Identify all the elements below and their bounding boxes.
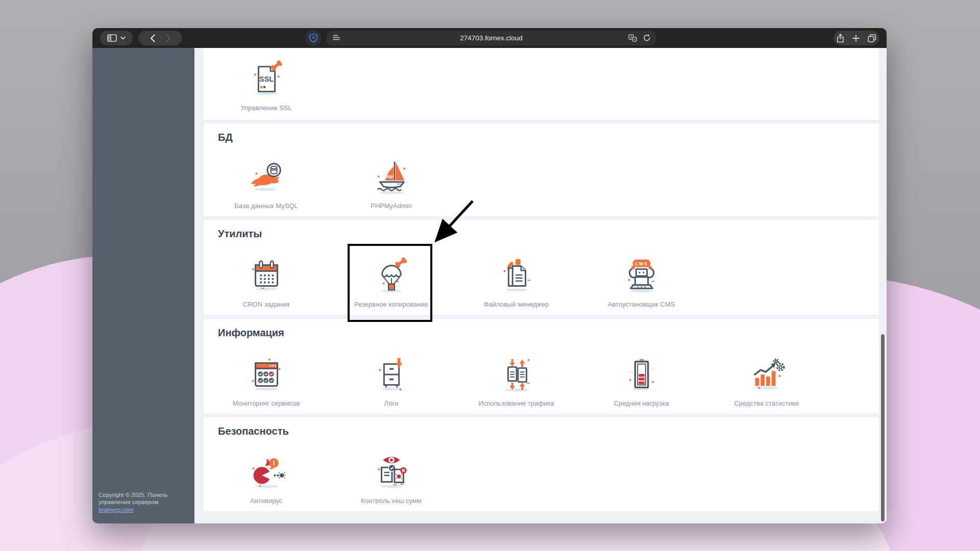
app-tile-label: Контроль хеш сумм <box>361 497 421 505</box>
svg-text:A: A <box>630 35 632 39</box>
ssl-certificate-icon: SSL <box>247 60 286 99</box>
mysql-database-icon <box>247 158 286 197</box>
section-card-Утилиты: УтилитыCRON заданияРезервное копирование… <box>204 220 879 315</box>
app-tile-label: Использование трафика <box>478 399 554 407</box>
app-tile-hash-sum-control[interactable]: Контроль хеш сумм <box>329 453 454 505</box>
app-tile-traffic-usage[interactable]: Использование трафика <box>454 355 579 407</box>
app-tile-label: Средняя нагрузка <box>614 399 669 407</box>
app-tile-file-manager[interactable]: Файловый менеджер <box>454 256 579 308</box>
url-text: 274703.fornex.cloud <box>327 34 656 42</box>
service-monitoring-icon <box>247 355 286 395</box>
window-actions <box>834 31 879 45</box>
brainycp-link[interactable]: brainycp.com <box>99 507 133 513</box>
copyright-notice: Copyright © 2025. Панель управления серв… <box>99 491 175 513</box>
app-tile-label: CRON задания <box>243 300 289 308</box>
svg-text:SSL: SSL <box>259 75 273 83</box>
app-tile-load-average[interactable]: Средняя нагрузка <box>579 355 704 407</box>
sidebar-toggle-button[interactable] <box>100 31 133 45</box>
scrollbar-thumb[interactable] <box>881 334 885 521</box>
app-tile-phpmyadmin-boat[interactable]: phpPHPMyAdmin <box>329 158 454 210</box>
backup-parachute-icon <box>372 256 411 296</box>
extension-button[interactable] <box>305 30 321 46</box>
sidebar: Copyright © 2025. Панель управления серв… <box>92 48 194 523</box>
forward-icon[interactable] <box>166 34 171 42</box>
app-tile-label: Мониторинг сервисов <box>233 399 300 407</box>
app-tile-label: Управление SSL <box>240 104 291 112</box>
svg-text:CMS: CMS <box>634 261 648 266</box>
app-tile-label: Антивирус <box>250 497 282 505</box>
traffic-usage-icon <box>497 355 536 395</box>
address-bar[interactable]: 274703.fornex.cloud A <box>327 31 656 45</box>
app-tile-statistics-tools[interactable]: Средства статистики <box>704 355 829 407</box>
app-tile-ssl-certificate[interactable]: SSLУправление SSL <box>204 60 329 112</box>
section-title: Информация <box>218 327 284 339</box>
reload-icon[interactable] <box>643 34 651 42</box>
section-title: БД <box>218 132 233 143</box>
app-tile-backup-parachute[interactable]: Резервное копирование <box>329 256 454 308</box>
app-tile-label: Файловый менеджер <box>484 300 549 308</box>
file-manager-icon <box>497 256 536 296</box>
app-tile-cron-calendar[interactable]: CRON задания <box>204 256 329 308</box>
app-tile-label: PHPMyAdmin <box>371 202 412 210</box>
copyright-text: Copyright © 2025. Панель управления серв… <box>99 492 168 505</box>
app-tile-label: Логи <box>384 399 399 407</box>
section-card-Информация: ИнформацияМониторинг сервисовЛогиИспольз… <box>204 319 879 414</box>
content-area: SSLУправление SSLБДБаза данных MySQLphpP… <box>194 48 887 523</box>
section-card-Безопасность: Безопасность!АнтивирусКонтроль хеш сумм <box>204 417 879 511</box>
app-tile-cms-installer[interactable]: CMSАвтоустановщик CMS <box>579 256 704 308</box>
section-title: Утилиты <box>218 228 262 240</box>
svg-text:php: php <box>384 174 394 179</box>
svg-text:!: ! <box>273 459 275 467</box>
section-title: Безопасность <box>218 425 289 437</box>
cms-installer-icon: CMS <box>622 256 662 296</box>
phpmyadmin-boat-icon: php <box>372 158 411 197</box>
hash-sum-control-icon <box>372 453 411 492</box>
toolbar-divider <box>160 34 161 42</box>
app-tile-label: Резервное копирование <box>354 300 428 308</box>
section-card-ssl: SSLУправление SSL <box>204 48 879 120</box>
app-tile-antivirus[interactable]: !Антивирус <box>204 453 329 505</box>
share-icon[interactable] <box>837 34 844 43</box>
app-tile-logs-drawer[interactable]: Логи <box>329 355 454 407</box>
logs-drawer-icon <box>372 355 411 395</box>
nav-buttons <box>138 31 182 45</box>
app-tile-label: Автоустановщик CMS <box>608 300 675 308</box>
browser-toolbar: 274703.fornex.cloud A <box>92 28 887 48</box>
shield-icon <box>309 33 318 43</box>
browser-window: 274703.fornex.cloud A Copyright © 2025. … <box>92 28 887 523</box>
statistics-tools-icon <box>747 355 787 395</box>
new-tab-icon[interactable] <box>852 35 860 42</box>
translate-icon[interactable]: A <box>628 34 637 42</box>
back-icon[interactable] <box>150 34 155 42</box>
tab-overview-icon[interactable] <box>868 34 876 42</box>
section-card-БД: БДБаза данных MySQLphpPHPMyAdmin <box>204 123 879 216</box>
load-average-icon <box>622 355 662 395</box>
chevron-down-icon <box>120 36 126 40</box>
app-tile-label: База данных MySQL <box>234 202 298 210</box>
app-tile-label: Средства статистики <box>734 399 798 407</box>
app-tile-service-monitoring[interactable]: Мониторинг сервисов <box>204 355 329 407</box>
app-tile-mysql-database[interactable]: База данных MySQL <box>204 158 329 210</box>
antivirus-icon: ! <box>247 453 286 492</box>
cron-calendar-icon <box>247 256 286 296</box>
sidebar-toggle-icon <box>107 34 117 42</box>
